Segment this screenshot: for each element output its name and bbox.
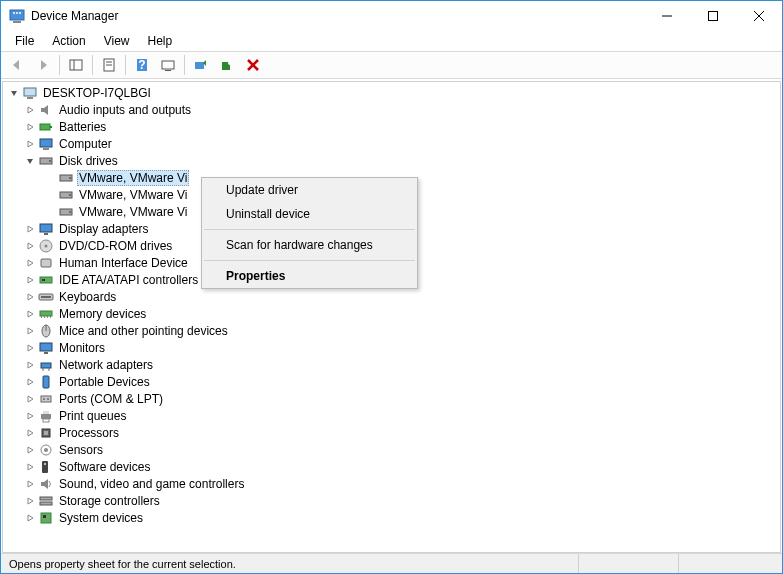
tree-root-label: DESKTOP-I7QLBGI bbox=[41, 86, 153, 100]
svg-rect-38 bbox=[44, 233, 48, 235]
maximize-button[interactable] bbox=[690, 1, 736, 31]
expand-icon[interactable] bbox=[23, 494, 37, 508]
tree-category[interactable]: Keyboards bbox=[3, 288, 780, 305]
expand-icon[interactable] bbox=[23, 409, 37, 423]
help-button[interactable]: ? bbox=[130, 54, 154, 76]
tree-category[interactable]: Print queues bbox=[3, 407, 780, 424]
tree-category[interactable]: Batteries bbox=[3, 118, 780, 135]
tree-category[interactable]: Monitors bbox=[3, 339, 780, 356]
minimize-button[interactable] bbox=[644, 1, 690, 31]
tree-category[interactable]: Mice and other pointing devices bbox=[3, 322, 780, 339]
expand-icon[interactable] bbox=[23, 392, 37, 406]
printer-icon bbox=[38, 408, 54, 424]
titlebar: Device Manager bbox=[1, 1, 782, 31]
device-tree[interactable]: DESKTOP-I7QLBGI Audio inputs and outputs… bbox=[2, 81, 781, 553]
expand-icon[interactable] bbox=[23, 477, 37, 491]
computer-icon bbox=[38, 136, 54, 152]
context-menu-sep bbox=[204, 260, 415, 261]
close-button[interactable] bbox=[736, 1, 782, 31]
tree-category[interactable]: Computer bbox=[3, 135, 780, 152]
tree-root[interactable]: DESKTOP-I7QLBGI bbox=[3, 84, 780, 101]
category-label: Human Interface Device bbox=[57, 256, 190, 270]
category-label: Monitors bbox=[57, 341, 107, 355]
menu-file[interactable]: File bbox=[7, 32, 42, 50]
expand-icon[interactable] bbox=[23, 324, 37, 338]
category-label: Audio inputs and outputs bbox=[57, 103, 193, 117]
category-label: Mice and other pointing devices bbox=[57, 324, 230, 338]
expand-icon[interactable] bbox=[7, 86, 21, 100]
tree-category[interactable]: Disk drives bbox=[3, 152, 780, 169]
tree-category[interactable]: Network adapters bbox=[3, 356, 780, 373]
expand-icon[interactable] bbox=[23, 273, 37, 287]
disk-icon bbox=[58, 170, 74, 186]
status-cell-3 bbox=[678, 554, 778, 573]
collapse-icon[interactable] bbox=[23, 154, 37, 168]
keyboard-icon bbox=[38, 289, 54, 305]
menu-help[interactable]: Help bbox=[140, 32, 181, 50]
expand-icon[interactable] bbox=[23, 460, 37, 474]
expand-icon[interactable] bbox=[23, 426, 37, 440]
tree-category[interactable]: System devices bbox=[3, 509, 780, 526]
svg-rect-46 bbox=[40, 311, 52, 316]
expand-icon[interactable] bbox=[23, 137, 37, 151]
disable-button[interactable] bbox=[241, 54, 265, 76]
update-button[interactable] bbox=[189, 54, 213, 76]
expand-icon[interactable] bbox=[23, 103, 37, 117]
svg-rect-72 bbox=[40, 502, 52, 505]
tree-category[interactable]: Sound, video and game controllers bbox=[3, 475, 780, 492]
expand-icon[interactable] bbox=[23, 443, 37, 457]
category-label: Processors bbox=[57, 426, 121, 440]
svg-point-40 bbox=[45, 244, 48, 247]
expand-icon[interactable] bbox=[23, 375, 37, 389]
menu-update-driver[interactable]: Update driver bbox=[202, 178, 417, 202]
category-label: Memory devices bbox=[57, 307, 148, 321]
memory-icon bbox=[38, 306, 54, 322]
menu-properties[interactable]: Properties bbox=[202, 264, 417, 288]
tree-category[interactable]: Sensors bbox=[3, 441, 780, 458]
port-icon bbox=[38, 391, 54, 407]
menu-scan-hardware[interactable]: Scan for hardware changes bbox=[202, 233, 417, 257]
expand-icon[interactable] bbox=[23, 239, 37, 253]
properties-button[interactable] bbox=[97, 54, 121, 76]
svg-rect-26 bbox=[50, 126, 52, 128]
tree-category[interactable]: Audio inputs and outputs bbox=[3, 101, 780, 118]
svg-point-34 bbox=[69, 194, 71, 196]
svg-rect-62 bbox=[41, 414, 51, 419]
category-label: Sensors bbox=[57, 443, 105, 457]
category-label: Disk drives bbox=[57, 154, 120, 168]
menu-view[interactable]: View bbox=[96, 32, 138, 50]
svg-rect-74 bbox=[43, 515, 46, 518]
expand-icon[interactable] bbox=[23, 511, 37, 525]
display-icon bbox=[38, 221, 54, 237]
expand-icon[interactable] bbox=[23, 290, 37, 304]
tree-category[interactable]: Software devices bbox=[3, 458, 780, 475]
svg-rect-71 bbox=[40, 497, 52, 500]
expand-icon[interactable] bbox=[23, 341, 37, 355]
back-button[interactable] bbox=[5, 54, 29, 76]
tree-category[interactable]: Ports (COM & LPT) bbox=[3, 390, 780, 407]
menu-uninstall-device[interactable]: Uninstall device bbox=[202, 202, 417, 226]
svg-rect-63 bbox=[43, 411, 49, 414]
expand-icon[interactable] bbox=[23, 222, 37, 236]
expand-icon[interactable] bbox=[23, 120, 37, 134]
tree-category[interactable]: Portable Devices bbox=[3, 373, 780, 390]
svg-rect-1 bbox=[13, 21, 21, 23]
scan-hardware-button[interactable] bbox=[156, 54, 180, 76]
tree-category[interactable]: Storage controllers bbox=[3, 492, 780, 509]
uninstall-button[interactable] bbox=[215, 54, 239, 76]
network-icon bbox=[38, 357, 54, 373]
svg-rect-17 bbox=[165, 70, 171, 71]
show-hide-button[interactable] bbox=[64, 54, 88, 76]
svg-rect-23 bbox=[24, 88, 36, 96]
disk-icon bbox=[58, 187, 74, 203]
menu-action[interactable]: Action bbox=[44, 32, 93, 50]
svg-rect-6 bbox=[709, 12, 718, 21]
expand-icon[interactable] bbox=[23, 307, 37, 321]
category-label: Software devices bbox=[57, 460, 152, 474]
ide-icon bbox=[38, 272, 54, 288]
tree-category[interactable]: Memory devices bbox=[3, 305, 780, 322]
tree-category[interactable]: Processors bbox=[3, 424, 780, 441]
expand-icon[interactable] bbox=[23, 256, 37, 270]
forward-button[interactable] bbox=[31, 54, 55, 76]
expand-icon[interactable] bbox=[23, 358, 37, 372]
